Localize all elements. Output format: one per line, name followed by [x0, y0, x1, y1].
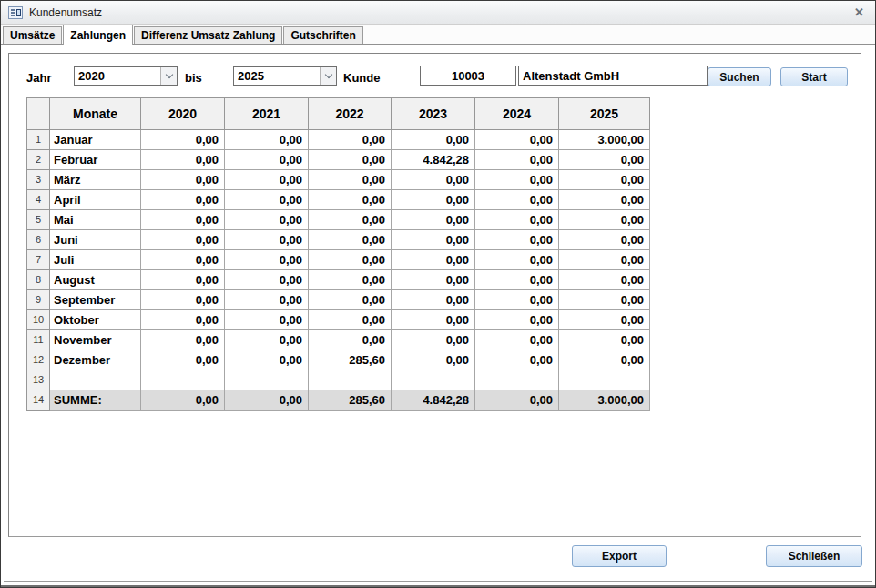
row-number[interactable]: 9: [27, 290, 50, 310]
row-number[interactable]: 14: [27, 390, 50, 411]
value-cell[interactable]: 0,00: [225, 310, 309, 330]
value-cell[interactable]: 0,00: [309, 170, 392, 190]
value-cell[interactable]: 0,00: [141, 190, 225, 210]
value-cell[interactable]: 0,00: [475, 170, 559, 190]
row-number[interactable]: 11: [27, 330, 50, 350]
value-cell[interactable]: 0,00: [475, 150, 559, 170]
value-cell[interactable]: 0,00: [309, 130, 392, 150]
value-cell[interactable]: 0,00: [475, 230, 559, 250]
month-cell[interactable]: Februar: [50, 150, 141, 170]
value-cell[interactable]: 0,00: [559, 270, 650, 290]
value-cell[interactable]: 0,00: [309, 210, 392, 230]
value-cell[interactable]: 0,00: [392, 250, 475, 270]
month-cell[interactable]: Dezember: [50, 350, 141, 370]
value-cell[interactable]: 0,00: [475, 390, 559, 411]
customer-number-field[interactable]: [420, 66, 516, 86]
row-number[interactable]: 2: [27, 150, 50, 170]
row-number[interactable]: 3: [27, 170, 50, 190]
value-cell[interactable]: 0,00: [559, 310, 650, 330]
value-cell[interactable]: 0,00: [392, 310, 475, 330]
value-cell[interactable]: 0,00: [392, 210, 475, 230]
chevron-down-icon[interactable]: [160, 67, 177, 85]
value-cell[interactable]: 0,00: [392, 270, 475, 290]
value-cell[interactable]: 0,00: [225, 190, 309, 210]
value-cell[interactable]: 0,00: [475, 130, 559, 150]
value-cell[interactable]: 0,00: [141, 330, 225, 350]
value-cell[interactable]: 3.000,00: [559, 390, 650, 411]
month-cell[interactable]: Juli: [50, 250, 141, 270]
value-cell[interactable]: 0,00: [392, 170, 475, 190]
value-cell[interactable]: 0,00: [225, 250, 309, 270]
value-cell[interactable]: 4.842,28: [392, 150, 475, 170]
month-cell[interactable]: September: [50, 290, 141, 310]
row-number[interactable]: 10: [27, 310, 50, 330]
schliessen-button[interactable]: Schließen: [766, 545, 862, 567]
value-cell[interactable]: 0,00: [141, 230, 225, 250]
month-cell[interactable]: August: [50, 270, 141, 290]
value-cell[interactable]: 0,00: [392, 230, 475, 250]
value-cell[interactable]: 0,00: [559, 290, 650, 310]
value-cell[interactable]: 0,00: [309, 270, 392, 290]
value-cell[interactable]: 285,60: [309, 390, 392, 411]
value-cell[interactable]: 0,00: [475, 190, 559, 210]
value-cell[interactable]: 0,00: [225, 230, 309, 250]
tab-differenz-umsatz-zahlung[interactable]: Differenz Umsatz Zahlung: [134, 26, 282, 44]
value-cell[interactable]: 0,00: [475, 350, 559, 370]
value-cell[interactable]: 0,00: [392, 130, 475, 150]
month-cell[interactable]: März: [50, 170, 141, 190]
value-cell[interactable]: [392, 370, 475, 390]
value-cell[interactable]: 0,00: [309, 310, 392, 330]
month-cell[interactable]: Juni: [50, 230, 141, 250]
month-cell[interactable]: November: [50, 330, 141, 350]
value-cell[interactable]: 0,00: [225, 270, 309, 290]
value-cell[interactable]: 0,00: [225, 330, 309, 350]
month-cell[interactable]: April: [50, 190, 141, 210]
value-cell[interactable]: [309, 370, 392, 390]
value-cell[interactable]: 0,00: [475, 310, 559, 330]
value-cell[interactable]: 0,00: [225, 390, 309, 411]
year-from-combo[interactable]: 2020: [74, 66, 178, 86]
export-button[interactable]: Export: [572, 545, 667, 567]
value-cell[interactable]: 0,00: [141, 170, 225, 190]
value-cell[interactable]: 0,00: [141, 130, 225, 150]
titlebar[interactable]: Kundenumsatz ✕: [1, 1, 875, 25]
row-number[interactable]: 6: [27, 230, 50, 250]
row-number[interactable]: 7: [27, 250, 50, 270]
month-cell[interactable]: Mai: [50, 210, 141, 230]
value-cell[interactable]: 0,00: [475, 290, 559, 310]
suchen-button[interactable]: Suchen: [708, 67, 771, 86]
value-cell[interactable]: 0,00: [392, 290, 475, 310]
tab-zahlungen[interactable]: Zahlungen: [63, 25, 133, 45]
value-cell[interactable]: [475, 370, 559, 390]
month-cell[interactable]: Januar: [50, 130, 141, 150]
value-cell[interactable]: 0,00: [559, 330, 650, 350]
value-cell[interactable]: 0,00: [559, 150, 650, 170]
month-cell[interactable]: [50, 370, 141, 390]
row-number[interactable]: 5: [27, 210, 50, 230]
value-cell[interactable]: 0,00: [225, 290, 309, 310]
value-cell[interactable]: 285,60: [309, 350, 392, 370]
tab-gutschriften[interactable]: Gutschriften: [283, 26, 362, 44]
value-cell[interactable]: 0,00: [309, 290, 392, 310]
value-cell[interactable]: 0,00: [559, 250, 650, 270]
value-cell[interactable]: 0,00: [309, 150, 392, 170]
value-cell[interactable]: 0,00: [392, 190, 475, 210]
value-cell[interactable]: [141, 370, 225, 390]
row-number[interactable]: 12: [27, 350, 50, 370]
value-cell[interactable]: 0,00: [225, 150, 309, 170]
value-cell[interactable]: 0,00: [475, 270, 559, 290]
row-number[interactable]: 1: [27, 130, 50, 150]
value-cell[interactable]: 0,00: [309, 230, 392, 250]
month-cell[interactable]: SUMME:: [50, 390, 141, 411]
value-cell[interactable]: 0,00: [141, 390, 225, 411]
value-cell[interactable]: 0,00: [475, 330, 559, 350]
value-cell[interactable]: 0,00: [559, 350, 650, 370]
chevron-down-icon[interactable]: [320, 67, 336, 85]
row-number[interactable]: 13: [27, 370, 50, 390]
value-cell[interactable]: [225, 370, 309, 390]
value-cell[interactable]: 0,00: [475, 210, 559, 230]
value-cell[interactable]: 0,00: [559, 210, 650, 230]
value-cell[interactable]: 0,00: [225, 350, 309, 370]
value-cell[interactable]: 0,00: [392, 350, 475, 370]
value-cell[interactable]: 0,00: [392, 330, 475, 350]
